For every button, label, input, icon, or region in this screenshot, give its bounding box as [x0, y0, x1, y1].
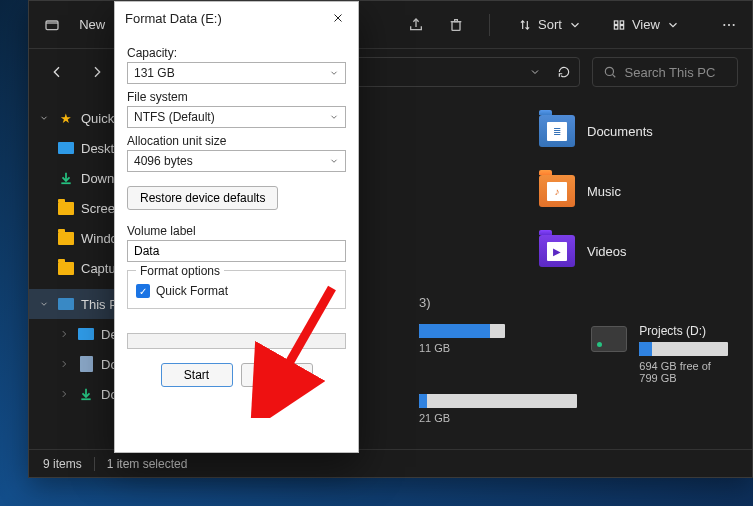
drive-d[interactable]: Projects (D:) 694 GB free of 799 GB — [591, 324, 728, 384]
view-button[interactable]: View — [604, 17, 688, 32]
alloc-label: Allocation unit size — [127, 134, 346, 148]
volume-label-input[interactable] — [127, 240, 346, 262]
desktop-icon — [78, 328, 94, 340]
star-icon: ★ — [57, 109, 75, 127]
download-icon — [77, 385, 95, 403]
share-icon[interactable] — [403, 11, 429, 39]
svg-rect-4 — [614, 25, 618, 28]
chevron-down-icon — [329, 68, 339, 78]
svg-point-7 — [728, 23, 730, 25]
drive-e[interactable]: 21 GB — [419, 394, 577, 424]
volume-label-label: Volume label — [127, 224, 346, 238]
svg-point-8 — [733, 23, 735, 25]
drive-c[interactable]: 11 GB — [419, 324, 505, 384]
status-selected: 1 item selected — [107, 457, 188, 471]
chevron-down-icon — [329, 156, 339, 166]
document-icon — [80, 356, 93, 372]
svg-rect-2 — [614, 20, 618, 24]
refresh-icon[interactable] — [557, 65, 571, 79]
alloc-select[interactable]: 4096 bytes — [127, 150, 346, 172]
desktop-icon — [58, 142, 74, 154]
forward-button[interactable] — [83, 58, 111, 86]
drive-icon — [591, 326, 627, 352]
svg-point-6 — [723, 23, 725, 25]
svg-rect-1 — [452, 21, 460, 30]
format-dialog: Format Data (E:) Capacity: 131 GB File s… — [114, 1, 359, 453]
svg-rect-0 — [46, 21, 58, 30]
drives-section-header[interactable]: 3) — [419, 295, 728, 310]
documents-folder-icon: ≣ — [539, 115, 575, 147]
download-icon — [57, 169, 75, 187]
more-icon[interactable] — [716, 11, 742, 39]
chevron-down-icon[interactable] — [529, 66, 541, 78]
restore-defaults-button[interactable]: Restore device defaults — [127, 186, 278, 210]
status-bar: 9 items 1 item selected — [29, 449, 752, 477]
trash-icon[interactable] — [443, 11, 469, 39]
dialog-close-button[interactable] — [328, 8, 348, 28]
svg-rect-3 — [620, 20, 624, 24]
progress-bar — [127, 333, 346, 349]
capacity-label: Capacity: — [127, 46, 346, 60]
filesystem-select[interactable]: NTFS (Default) — [127, 106, 346, 128]
svg-point-9 — [605, 67, 613, 75]
close-button[interactable]: Close — [241, 363, 313, 387]
new-button[interactable]: New — [79, 17, 105, 32]
filesystem-label: File system — [127, 90, 346, 104]
sort-button[interactable]: Sort — [510, 17, 590, 32]
pc-icon — [58, 298, 74, 310]
chevron-down-icon — [329, 112, 339, 122]
close-icon — [332, 12, 344, 24]
search-input[interactable]: Search This PC — [592, 57, 739, 87]
folder-icon — [58, 202, 74, 215]
new-folder-icon[interactable] — [39, 11, 65, 39]
quick-format-checkbox[interactable]: ✓ Quick Format — [136, 284, 337, 298]
library-videos[interactable]: ▶ Videos — [539, 235, 627, 267]
capacity-select[interactable]: 131 GB — [127, 62, 346, 84]
music-folder-icon: ♪ — [539, 175, 575, 207]
videos-folder-icon: ▶ — [539, 235, 575, 267]
library-music[interactable]: ♪ Music — [539, 175, 621, 207]
format-options-group: Format options ✓ Quick Format — [127, 270, 346, 309]
folder-icon — [58, 262, 74, 275]
status-items: 9 items — [43, 457, 82, 471]
folder-icon — [58, 232, 74, 245]
search-icon — [603, 65, 617, 79]
start-button[interactable]: Start — [161, 363, 233, 387]
checkbox-icon: ✓ — [136, 284, 150, 298]
dialog-title: Format Data (E:) — [125, 11, 222, 26]
back-button[interactable] — [43, 58, 71, 86]
svg-rect-5 — [620, 25, 624, 28]
library-documents[interactable]: ≣ Documents — [539, 115, 653, 147]
